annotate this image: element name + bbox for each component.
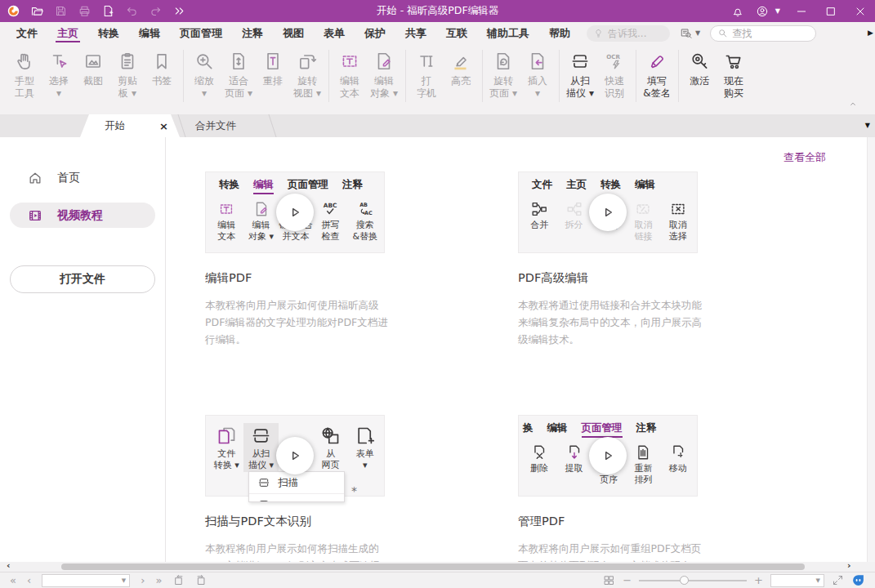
thumb-tab: 编辑 [547,421,568,435]
sidebar-item-home[interactable]: 首页 [10,165,155,190]
menu-tab-2[interactable]: 转换 [88,22,129,44]
menu-tab-6[interactable]: 视图 [273,22,314,44]
page-combo-caret-icon[interactable]: ▼ [122,577,129,584]
menu-tab-11[interactable]: 辅助工具 [477,22,539,44]
menu-tab-9[interactable]: 共享 [395,22,436,44]
last-page-button[interactable]: » [155,575,162,586]
zoom-in-button[interactable]: + [754,575,763,586]
view-all-link[interactable]: 查看全部 [783,150,826,165]
print-icon[interactable] [78,4,92,18]
menu-tab-4[interactable]: 页面管理 [170,22,232,44]
ribbon-button-zoom-plus[interactable]: 缩放 ▾ [187,48,221,102]
ribbon-button-fit-page[interactable]: 适合 页面 ▾ [221,48,256,102]
ribbon-button-scanner[interactable]: 从扫 描仪 ▾ [563,48,597,102]
close-button[interactable] [846,0,875,22]
ribbon-button-bookmark[interactable]: 书签 [145,48,179,90]
zoom-slider-thumb[interactable] [680,576,689,585]
zoom-slider[interactable] [639,580,747,581]
video-thumbnail[interactable]: 转换编辑页面管理注释编辑 文本编辑 对象 ▾链接&合 并文本ABC拼写 检查AB… [205,172,385,253]
first-page-button[interactable]: « [10,575,16,586]
play-button[interactable] [276,437,314,474]
sidebar-item-video[interactable]: 视频教程 [10,203,155,228]
scan-menu-item[interactable]: 扫描 [249,472,344,494]
scan-dropdown-menu: 扫描 [248,471,345,502]
zoom-out-button[interactable]: − [623,575,632,586]
find-replace-button[interactable]: ▼ [680,27,700,40]
ribbon-button-typewriter[interactable]: 打 字机 [409,48,444,102]
ribbon-button-clipboard[interactable]: 剪贴 板 ▾ [110,48,145,102]
account-icon[interactable] [750,0,775,22]
play-button[interactable] [589,437,627,474]
save-icon[interactable] [54,4,68,18]
page-layout-icon[interactable] [603,574,615,586]
ribbon-button-highlight[interactable]: 高亮 [444,48,478,90]
ribbon-button-select-cursor[interactable]: 选择 ▾ [42,48,76,102]
menu-tab-12[interactable]: 帮助 [539,22,580,44]
play-button[interactable] [276,194,314,231]
next-view-button[interactable] [195,574,208,586]
account-caret-icon[interactable]: ▼ [775,7,780,15]
video-thumbnail[interactable]: 文件主页转换编辑合并拆分链接取消 链接取消 选择 [518,172,698,253]
next-page-button[interactable]: › [141,575,145,586]
menu-tab-8[interactable]: 保护 [355,22,395,44]
doc-tab-1[interactable]: 合并文件 [184,114,270,137]
ribbon-button-hand[interactable]: 手型 工具 [7,48,42,102]
foxit-logo-icon[interactable] [7,4,20,18]
menu-tab-10[interactable]: 互联 [436,22,477,44]
find-input[interactable] [732,28,809,39]
video-thumbnail[interactable]: 文件 转换 ▾从扫 描仪 ▾从 网页表单 ▾扫描* [205,415,385,497]
menu-tab-0[interactable]: 文件 [7,22,47,44]
menu-tab-7[interactable]: 表单 [314,22,355,44]
vertical-scrollbar[interactable] [867,137,875,562]
ribbon-button-rotate-page[interactable]: 旋转 页面 ▾ [486,48,520,102]
video-thumbnail[interactable]: 换编辑页面管理注释删除提取逆 页序重新 排列移动 [518,415,698,497]
page-number-combo[interactable]: ▼ [42,574,130,587]
doc-tab-0[interactable]: 开始× [80,114,180,137]
thumb-tool: 移动 [661,442,695,487]
zoom-level-combo[interactable]: ▼ [770,574,824,587]
scroll-right-icon[interactable]: › [847,561,851,571]
zoom-level-input[interactable] [771,575,816,586]
ribbon-button-activate-key[interactable]: 激活 [682,48,717,90]
scan-menu-item[interactable] [249,494,344,502]
ribbon-button-snapshot[interactable]: 截图 [76,48,110,90]
ribbon-button-edit-text[interactable]: 编辑 文本 [333,48,367,102]
prev-page-button[interactable]: ‹ [27,575,31,586]
find-box[interactable] [710,25,816,42]
ribbon-button-rotate-view[interactable]: 旋转 视图 ▾ [290,48,324,102]
collapse-ribbon-icon[interactable] [847,98,859,109]
ribbon-button-cart[interactable]: 现在 购买 [717,48,751,102]
horizontal-scrollbar-thumb[interactable] [61,564,805,570]
ribbon-button-label: 快速 识别 [605,75,624,100]
redo-icon[interactable] [149,4,163,18]
ribbon-button-reflow[interactable]: 重排 [256,48,290,90]
menu-tab-3[interactable]: 编辑 [129,22,170,44]
ribbon-button-ocr[interactable]: OCR快速 识别 [597,48,632,102]
new-document-icon[interactable] [101,4,115,18]
tell-me-search[interactable] [587,25,670,42]
menu-tab-1[interactable]: 主页 [47,22,88,44]
previous-view-button[interactable] [172,574,185,586]
assistant-icon[interactable] [851,573,865,587]
ribbon-button-edit-object[interactable]: 编辑 对象 ▾ [367,48,401,102]
customize-toolbar-icon[interactable] [172,4,186,18]
zoom-combo-caret-icon[interactable]: ▼ [816,577,824,584]
ribbon-button-fill-sign[interactable]: 填写 &签名 [640,48,674,102]
notifications-icon[interactable] [725,0,750,22]
play-button[interactable] [589,194,627,231]
page-number-input[interactable] [42,575,122,586]
tell-me-input[interactable] [608,28,663,39]
horizontal-scrollbar[interactable]: ‹ › [0,562,875,572]
open-file-icon[interactable] [30,4,44,18]
ribbon-button-insert-page[interactable]: 插入 ▾ [520,48,555,102]
maximize-button[interactable] [816,0,846,22]
menu-tab-5[interactable]: 注释 [232,22,273,44]
tab-list-icon[interactable]: ▼ [865,122,870,129]
minimize-button[interactable] [787,0,816,22]
open-file-button[interactable]: 打开文件 [10,265,155,293]
tab-close-icon[interactable]: × [159,121,168,131]
undo-icon[interactable] [125,4,139,18]
scroll-left-icon[interactable]: ‹ [7,561,11,571]
fullscreen-icon[interactable] [832,574,844,586]
menubar-overflow-icon[interactable]: ▶ [868,29,873,37]
